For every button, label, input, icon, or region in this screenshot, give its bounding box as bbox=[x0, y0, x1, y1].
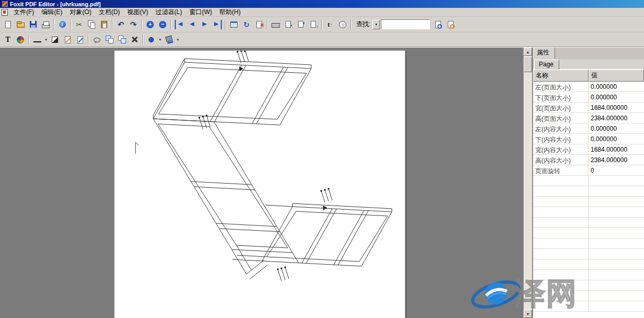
property-row[interactable] bbox=[533, 249, 644, 259]
print-button[interactable] bbox=[39, 18, 52, 31]
property-value[interactable]: 2384.000000 bbox=[589, 155, 644, 165]
property-row[interactable] bbox=[533, 238, 644, 249]
property-row[interactable] bbox=[533, 270, 644, 280]
property-value[interactable]: 0.000000 bbox=[589, 134, 644, 144]
cut-button[interactable] bbox=[73, 18, 85, 31]
column-header-value[interactable]: 值 bbox=[589, 70, 644, 82]
save-button[interactable] bbox=[27, 18, 39, 31]
property-value[interactable]: 0.000000 bbox=[589, 123, 644, 133]
property-value[interactable] bbox=[589, 228, 644, 238]
up-circle-button[interactable] bbox=[336, 18, 349, 31]
page-up-arrow-button[interactable] bbox=[282, 18, 295, 31]
find-doc2-button[interactable] bbox=[444, 18, 457, 31]
property-row[interactable]: 左(页面大小)0.000000 bbox=[533, 82, 644, 92]
property-row[interactable]: 高(内容大小)2384.000000 bbox=[533, 155, 644, 165]
keyboard-button[interactable] bbox=[269, 18, 282, 31]
properties-title-tab[interactable]: 属性 bbox=[533, 48, 555, 59]
property-value[interactable] bbox=[589, 280, 644, 290]
edit-object-button[interactable] bbox=[61, 33, 74, 46]
property-row[interactable] bbox=[533, 301, 644, 312]
stroke-color-button[interactable] bbox=[145, 33, 157, 46]
scroll-up-button[interactable]: ▲ bbox=[524, 48, 532, 56]
document-canvas[interactable] bbox=[0, 48, 523, 318]
page-down-arrow-button[interactable] bbox=[295, 18, 307, 31]
scrollbar-thumb[interactable] bbox=[524, 56, 532, 72]
property-value[interactable] bbox=[589, 301, 644, 311]
open-button[interactable] bbox=[14, 18, 27, 31]
property-row[interactable]: 页面旋转0 bbox=[533, 165, 644, 176]
menu-item[interactable]: 编辑(E) bbox=[38, 7, 66, 17]
scroll-down-button[interactable]: ▼ bbox=[524, 310, 532, 318]
document-window-icon[interactable] bbox=[2, 9, 8, 16]
dropdown-arrow-icon[interactable] bbox=[175, 34, 180, 46]
new-button[interactable] bbox=[2, 18, 14, 31]
menu-item[interactable]: 窗口(W) bbox=[186, 7, 216, 17]
property-row[interactable]: 左(内容大小)0.000000 bbox=[533, 123, 644, 134]
property-value[interactable] bbox=[589, 176, 644, 186]
info-button[interactable] bbox=[56, 18, 69, 31]
redo-button[interactable] bbox=[127, 18, 140, 31]
property-value[interactable]: 0 bbox=[589, 165, 644, 175]
rotate-page-button[interactable] bbox=[240, 18, 253, 31]
property-row[interactable] bbox=[533, 176, 644, 186]
menu-item[interactable]: 对象(O) bbox=[66, 7, 95, 17]
menu-item[interactable]: 文件(F) bbox=[10, 7, 38, 17]
find-input[interactable] bbox=[381, 19, 430, 29]
property-value[interactable]: 1684.000000 bbox=[589, 144, 644, 154]
property-row[interactable]: 下(页面大小)0.000000 bbox=[533, 92, 644, 103]
property-value[interactable]: 0.000000 bbox=[589, 82, 644, 92]
menu-item[interactable]: 视图(V) bbox=[123, 7, 152, 17]
text-tool-button[interactable] bbox=[2, 33, 14, 46]
property-row[interactable]: 宽(内容大小)1684.000000 bbox=[533, 144, 644, 155]
fill-shape-button[interactable] bbox=[49, 33, 61, 46]
property-row[interactable] bbox=[533, 259, 644, 270]
page-both-arrow-button[interactable] bbox=[307, 18, 320, 31]
delete-page-button[interactable] bbox=[253, 18, 265, 31]
zoom-out-button[interactable] bbox=[156, 18, 169, 31]
prev-page-button[interactable] bbox=[186, 18, 198, 31]
property-value[interactable] bbox=[589, 218, 644, 228]
transform-a-button[interactable] bbox=[103, 33, 116, 46]
property-row[interactable]: 宽(页面大小)1684.000000 bbox=[533, 103, 644, 113]
property-value[interactable] bbox=[589, 270, 644, 280]
copy-button[interactable] bbox=[85, 18, 98, 31]
zoom-in-button[interactable] bbox=[144, 18, 156, 31]
property-value[interactable] bbox=[589, 249, 644, 259]
menu-item[interactable]: 文档(D) bbox=[95, 7, 124, 17]
property-row[interactable] bbox=[533, 280, 644, 291]
dropdown-arrow-icon[interactable] bbox=[43, 34, 49, 46]
menu-item[interactable]: 帮助(H) bbox=[216, 7, 244, 17]
property-row[interactable] bbox=[533, 186, 644, 197]
property-row[interactable] bbox=[533, 291, 644, 301]
line-tool-button[interactable] bbox=[31, 33, 43, 46]
find-dropdown-arrow-icon[interactable]: ▼ bbox=[372, 20, 380, 29]
pdf-page[interactable] bbox=[114, 50, 405, 318]
property-row[interactable]: 下(内容大小)0.000000 bbox=[533, 134, 644, 144]
dropdown-arrow-icon[interactable] bbox=[157, 34, 163, 46]
property-row[interactable]: 高(页面大小)2384.000000 bbox=[533, 113, 644, 123]
text-up-button[interactable] bbox=[324, 18, 336, 31]
property-value[interactable]: 0.000000 bbox=[589, 92, 644, 102]
first-page-button[interactable] bbox=[173, 18, 186, 31]
property-row[interactable] bbox=[533, 228, 644, 238]
property-value[interactable] bbox=[589, 186, 644, 196]
property-row[interactable] bbox=[533, 207, 644, 218]
find-doc1-button[interactable] bbox=[432, 18, 444, 31]
property-value[interactable]: 2384.000000 bbox=[589, 113, 644, 123]
menu-item[interactable]: 过滤器(L) bbox=[152, 7, 186, 17]
property-value[interactable] bbox=[589, 197, 644, 207]
color-swirl-button[interactable] bbox=[14, 33, 27, 46]
property-value[interactable] bbox=[589, 291, 644, 301]
property-row[interactable] bbox=[533, 218, 644, 228]
undo-button[interactable] bbox=[115, 18, 127, 31]
tab-page[interactable]: Page bbox=[534, 60, 559, 70]
property-value[interactable]: 1684.000000 bbox=[589, 103, 644, 112]
property-value[interactable] bbox=[589, 238, 644, 248]
edit-form-button[interactable] bbox=[74, 33, 86, 46]
paste-button[interactable] bbox=[98, 18, 110, 31]
last-page-button[interactable] bbox=[211, 18, 223, 31]
tools-hammer-button[interactable] bbox=[128, 33, 141, 46]
column-header-name[interactable]: 名称 bbox=[533, 70, 589, 82]
page-grid-button[interactable] bbox=[228, 18, 240, 31]
vertical-scrollbar[interactable]: ▲ ▼ bbox=[523, 48, 532, 318]
